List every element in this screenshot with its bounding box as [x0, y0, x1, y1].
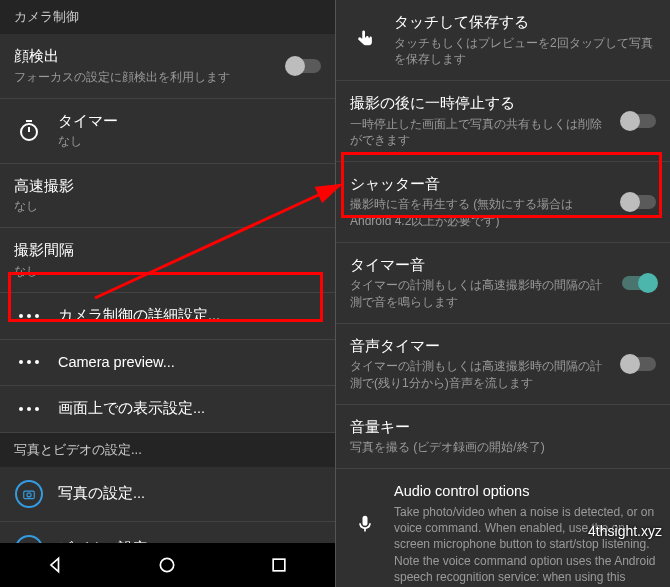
- shutter-toggle[interactable]: [622, 195, 656, 209]
- touch-icon: [350, 29, 380, 51]
- row-advanced-settings[interactable]: カメラ制御の詳細設定...: [0, 293, 335, 340]
- mic-icon: [350, 482, 380, 536]
- svg-point-4: [27, 493, 31, 497]
- row-photo-settings[interactable]: 写真の設定...: [0, 467, 335, 522]
- pause-title: 撮影の後に一時停止する: [350, 94, 608, 114]
- interval-title: 撮影間隔: [14, 241, 321, 261]
- audio-title: Audio control options: [394, 482, 656, 502]
- pause-toggle[interactable]: [622, 114, 656, 128]
- voice-timer-title: 音声タイマー: [350, 337, 608, 357]
- row-shutter-sound[interactable]: シャッター音 撮影時に音を再生する (無効にする場合はAndroid 4.2以上…: [336, 162, 670, 243]
- section-header-photo-video: 写真とビデオの設定...: [0, 433, 335, 467]
- watermark: 4thsight.xyz: [588, 523, 662, 539]
- more-icon: [14, 360, 44, 364]
- display-title: 画面上での表示設定...: [58, 399, 321, 419]
- burst-title: 高速撮影: [14, 177, 321, 197]
- voice-timer-sub: タイマーの計測もしくは高速撮影時の間隔の計測で(残り1分から)音声を流します: [350, 358, 608, 390]
- nav-bar: [0, 543, 335, 587]
- face-detect-title: 顔検出: [14, 47, 273, 67]
- interval-sub: なし: [14, 263, 321, 279]
- row-camera-preview[interactable]: Camera preview...: [0, 340, 335, 387]
- touch-title: タッチして保存する: [394, 13, 656, 33]
- burst-sub: なし: [14, 198, 321, 214]
- row-display-settings[interactable]: 画面上での表示設定...: [0, 386, 335, 433]
- nav-back-icon[interactable]: [46, 555, 66, 575]
- row-volume-key[interactable]: 音量キー 写真を撮る (ビデオ録画の開始/終了): [336, 405, 670, 470]
- camera-icon: [14, 480, 44, 508]
- volkey-title: 音量キー: [350, 418, 656, 438]
- advanced-title: カメラ制御の詳細設定...: [58, 306, 321, 326]
- touch-sub: タッチもしくはプレビューを2回タップして写真を保存します: [394, 35, 656, 67]
- more-icon: [14, 314, 44, 318]
- timer-sound-title: タイマー音: [350, 256, 608, 276]
- row-face-detect[interactable]: 顔検出 フォーカスの設定に顔検出を利用します: [0, 34, 335, 99]
- face-detect-toggle[interactable]: [287, 59, 321, 73]
- section-header-camera-control: カメラ制御: [0, 0, 335, 34]
- row-voice-timer[interactable]: 音声タイマー タイマーの計測もしくは高速撮影時の間隔の計測で(残り1分から)音声…: [336, 324, 670, 405]
- nav-recent-icon[interactable]: [269, 555, 289, 575]
- timer-icon: [14, 119, 44, 143]
- row-burst[interactable]: 高速撮影 なし: [0, 164, 335, 229]
- volkey-sub: 写真を撮る (ビデオ録画の開始/終了): [350, 439, 656, 455]
- row-timer-sound[interactable]: タイマー音 タイマーの計測もしくは高速撮影時の間隔の計測で音を鳴らします: [336, 243, 670, 324]
- timer-sub: なし: [58, 133, 321, 149]
- row-timer[interactable]: タイマー なし: [0, 99, 335, 164]
- right-panel: タッチして保存する タッチもしくはプレビューを2回タップして写真を保存します 撮…: [335, 0, 670, 587]
- face-detect-sub: フォーカスの設定に顔検出を利用します: [14, 69, 273, 85]
- voice-timer-toggle[interactable]: [622, 357, 656, 371]
- photo-title: 写真の設定...: [58, 484, 321, 504]
- shutter-sub: 撮影時に音を再生する (無効にする場合はAndroid 4.2以上が必要です): [350, 196, 608, 228]
- nav-home-icon[interactable]: [157, 555, 177, 575]
- audio-sub: Take photo/video when a noise is detecte…: [394, 504, 656, 587]
- row-touch-save[interactable]: タッチして保存する タッチもしくはプレビューを2回タップして写真を保存します: [336, 0, 670, 81]
- svg-point-7: [161, 558, 174, 571]
- left-panel: カメラ制御 顔検出 フォーカスの設定に顔検出を利用します タイマー なし 高速撮…: [0, 0, 335, 587]
- pause-sub: 一時停止した画面上で写真の共有もしくは削除ができます: [350, 116, 608, 148]
- row-interval[interactable]: 撮影間隔 なし: [0, 228, 335, 293]
- svg-rect-3: [24, 491, 35, 499]
- preview-title: Camera preview...: [58, 353, 321, 373]
- timer-sound-toggle[interactable]: [622, 276, 656, 290]
- row-pause-after[interactable]: 撮影の後に一時停止する 一時停止した画面上で写真の共有もしくは削除ができます: [336, 81, 670, 162]
- shutter-title: シャッター音: [350, 175, 608, 195]
- timer-sound-sub: タイマーの計測もしくは高速撮影時の間隔の計測で音を鳴らします: [350, 277, 608, 309]
- timer-title: タイマー: [58, 112, 321, 132]
- more-icon: [14, 407, 44, 411]
- svg-rect-8: [273, 559, 285, 571]
